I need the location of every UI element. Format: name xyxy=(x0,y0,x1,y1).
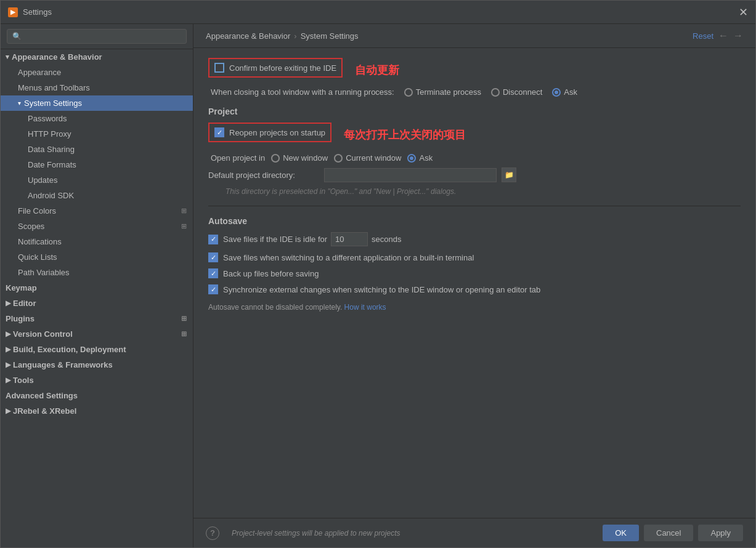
sidebar-item-label: System Settings xyxy=(24,99,82,108)
running-process-label: When closing a tool window with a runnin… xyxy=(211,87,394,97)
expand-icon: ⊞ xyxy=(181,222,187,230)
expand-icon: ⊞ xyxy=(181,315,187,323)
sidebar-item-label: Android SDK xyxy=(28,191,74,200)
sync-checkbox[interactable]: ✓ xyxy=(208,284,218,294)
sidebar-item-label: Build, Execution, Deployment xyxy=(13,345,126,354)
sidebar-item-date-formats[interactable]: Date Formats xyxy=(1,157,193,172)
ask-label: Ask xyxy=(564,87,577,97)
sidebar-item-system-settings[interactable]: ▾ System Settings xyxy=(1,95,193,111)
save-idle-input[interactable] xyxy=(331,232,368,246)
chevron-right-icon: ▶ xyxy=(6,299,10,307)
save-idle-unit: seconds xyxy=(372,235,401,244)
sidebar-item-label: Updates xyxy=(28,175,57,185)
sidebar-item-label: Tools xyxy=(13,376,34,385)
sidebar-item-tools[interactable]: ▶ Tools xyxy=(1,373,193,388)
dir-hint: This directory is preselected in "Open..… xyxy=(226,187,741,196)
default-dir-row: Default project directory: 📁 xyxy=(208,167,741,182)
help-button[interactable]: ? xyxy=(206,526,219,540)
default-dir-input[interactable] xyxy=(324,168,497,182)
default-dir-label: Default project directory: xyxy=(208,171,319,180)
sidebar-item-plugins[interactable]: Plugins ⊞ xyxy=(1,311,193,326)
disconnect-radio-circle xyxy=(491,88,500,97)
sidebar-item-label: HTTP Proxy xyxy=(28,129,71,139)
sidebar-item-label: Path Variables xyxy=(18,268,70,277)
ask-radio[interactable]: Ask xyxy=(552,87,577,97)
sidebar-item-jrebel-xrebel[interactable]: ▶ JRebel & XRebel xyxy=(1,403,193,419)
sidebar-item-updates[interactable]: Updates xyxy=(1,172,193,188)
autosave-note-text: Autosave cannot be disabled completely. xyxy=(208,303,342,312)
sidebar-item-label: Scopes xyxy=(18,222,44,231)
sidebar-item-label: Languages & Frameworks xyxy=(13,360,113,369)
main-panel: Appearance & Behavior › System Settings … xyxy=(193,24,755,547)
confirm-exit-row: Confirm before exiting the IDE 自动更新 xyxy=(208,58,741,83)
settings-content: Confirm before exiting the IDE 自动更新 When… xyxy=(193,48,755,518)
sidebar-item-appearance[interactable]: Appearance xyxy=(1,65,193,80)
save-idle-checkbox[interactable]: ✓ xyxy=(208,235,218,244)
sidebar-item-advanced-settings[interactable]: Advanced Settings xyxy=(1,388,193,403)
current-window-radio-circle xyxy=(334,154,343,163)
sidebar-item-keymap[interactable]: Keymap xyxy=(1,280,193,296)
sidebar-item-label: Notifications xyxy=(18,237,62,246)
sidebar-item-label: Keymap xyxy=(6,283,37,292)
reopen-projects-checkbox[interactable]: ✓ xyxy=(214,127,224,137)
sidebar: ▾ Appearance & Behavior Appearance Menus… xyxy=(1,24,193,547)
sidebar-item-file-colors[interactable]: File Colors ⊞ xyxy=(1,203,193,219)
sidebar-item-label: JRebel & XRebel xyxy=(13,406,76,416)
apply-button[interactable]: Apply xyxy=(698,525,743,541)
new-window-label: New window xyxy=(283,153,328,163)
ask-radio2[interactable]: Ask xyxy=(407,153,433,163)
annotation-reopen: 每次打开上次关闭的项目 xyxy=(344,127,466,142)
reset-button[interactable]: Reset xyxy=(693,31,713,41)
divider1 xyxy=(208,206,741,206)
sidebar-item-quick-lists[interactable]: Quick Lists xyxy=(1,249,193,265)
backup-checkbox[interactable]: ✓ xyxy=(208,268,218,278)
disconnect-radio[interactable]: Disconnect xyxy=(491,87,542,97)
close-icon[interactable]: ✕ xyxy=(739,7,748,18)
ok-button[interactable]: OK xyxy=(603,525,639,541)
open-project-label: Open project in xyxy=(211,153,265,163)
sidebar-item-label: Appearance xyxy=(18,68,61,77)
sidebar-item-http-proxy[interactable]: HTTP Proxy xyxy=(1,126,193,142)
sidebar-item-passwords[interactable]: Passwords xyxy=(1,111,193,126)
save-idle-row: ✓ Save files if the IDE is idle for seco… xyxy=(208,232,741,246)
reopen-projects-row: ✓ Reopen projects on startup 每次打开上次关闭的项目 xyxy=(208,123,741,147)
sidebar-item-android-sdk[interactable]: Android SDK xyxy=(1,188,193,203)
sidebar-item-appearance-behavior[interactable]: ▾ Appearance & Behavior xyxy=(1,49,193,65)
current-window-label: Current window xyxy=(346,153,401,163)
sidebar-item-notifications[interactable]: Notifications xyxy=(1,234,193,249)
cancel-button[interactable]: Cancel xyxy=(644,525,693,541)
sidebar-item-version-control[interactable]: ▶ Version Control ⊞ xyxy=(1,326,193,342)
chevron-right-icon: ▶ xyxy=(6,330,10,338)
save-switch-checkbox[interactable]: ✓ xyxy=(208,252,218,262)
chevron-down-icon: ▾ xyxy=(18,100,21,107)
autosave-section-title: Autosave xyxy=(208,216,741,226)
search-input[interactable] xyxy=(7,29,187,44)
current-window-radio[interactable]: Current window xyxy=(334,153,401,163)
sidebar-item-label: File Colors xyxy=(18,206,56,216)
back-arrow-icon[interactable]: ← xyxy=(718,30,728,41)
chevron-right-icon: ▶ xyxy=(6,361,10,369)
sidebar-item-editor[interactable]: ▶ Editor xyxy=(1,296,193,311)
terminate-radio-circle xyxy=(404,88,413,97)
how-it-works-link[interactable]: How it works xyxy=(344,303,386,312)
bottom-bar: ? Project-level settings will be applied… xyxy=(193,518,755,547)
confirm-exit-checkbox[interactable] xyxy=(214,63,224,73)
browse-folder-button[interactable]: 📁 xyxy=(502,167,516,182)
sidebar-item-scopes[interactable]: Scopes ⊞ xyxy=(1,219,193,234)
sidebar-item-label: Menus and Toolbars xyxy=(18,83,90,92)
confirm-exit-box: Confirm before exiting the IDE xyxy=(208,58,343,78)
reopen-box: ✓ Reopen projects on startup xyxy=(208,123,331,142)
sidebar-item-label: Version Control xyxy=(13,329,73,339)
forward-arrow-icon[interactable]: → xyxy=(733,30,743,41)
sidebar-item-label: Appearance & Behavior xyxy=(12,52,102,62)
chevron-right-icon: ▶ xyxy=(6,345,10,353)
terminate-radio[interactable]: Terminate process xyxy=(404,87,481,97)
sidebar-item-data-sharing[interactable]: Data Sharing xyxy=(1,142,193,157)
breadcrumb-parent: Appearance & Behavior xyxy=(206,31,290,41)
terminate-label: Terminate process xyxy=(416,87,481,97)
sidebar-item-menus-toolbars[interactable]: Menus and Toolbars xyxy=(1,80,193,95)
sidebar-item-build-execution-deployment[interactable]: ▶ Build, Execution, Deployment xyxy=(1,342,193,357)
sidebar-item-path-variables[interactable]: Path Variables xyxy=(1,265,193,280)
new-window-radio[interactable]: New window xyxy=(271,153,328,163)
sidebar-item-languages-frameworks[interactable]: ▶ Languages & Frameworks xyxy=(1,357,193,373)
